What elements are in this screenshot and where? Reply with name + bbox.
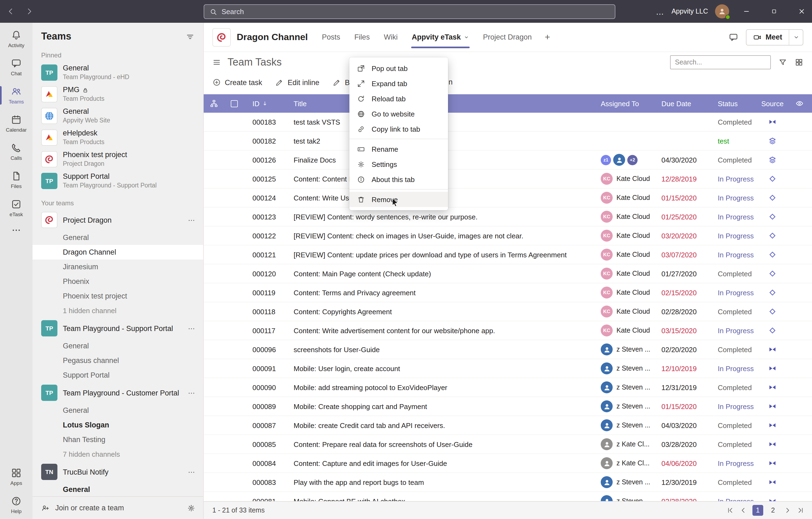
manage-teams-gear-icon[interactable]	[187, 503, 196, 512]
team-row-team-playground-customer-portal[interactable]: TPTeam Playground - Customer Portal⋯	[32, 382, 203, 403]
table-row[interactable]: 000121[REVIEW] Content: update prices pe…	[204, 246, 812, 264]
first-page-button[interactable]	[726, 507, 734, 514]
teams-filter-icon[interactable]	[186, 32, 195, 41]
channel-general[interactable]: General	[32, 403, 203, 418]
table-row[interactable]: 000085Content: Prepare real data for scr…	[204, 435, 812, 454]
eye-icon[interactable]	[795, 99, 804, 108]
rail-item-more[interactable]	[0, 222, 32, 238]
table-row[interactable]: 000083Play with the app and report bugs …	[204, 473, 812, 492]
pinned-channel-pmg[interactable]: PMGTeam Products	[32, 83, 203, 105]
channel-pegasus-channel[interactable]: Pegasus channel	[32, 353, 203, 368]
table-row[interactable]: 000081Mobile: Connect BE with AI chatbox…	[204, 492, 812, 501]
table-row[interactable]: 000183test task VSTSCompleted	[204, 113, 812, 132]
rail-item-calls[interactable]: Calls	[0, 138, 32, 166]
channel-support-portal[interactable]: Support Portal	[32, 368, 203, 382]
page-button-2[interactable]: 2	[767, 505, 778, 516]
tab-files[interactable]: Files	[354, 23, 370, 52]
rail-item-etask[interactable]: eTask	[0, 194, 32, 222]
menu-item-reload-tab[interactable]: Reload tab	[349, 91, 448, 106]
pinned-channel-ehelpdesk[interactable]: eHelpdeskTeam Products	[32, 127, 203, 148]
column-header-id[interactable]: ID	[244, 99, 284, 108]
menu-item-about-this-tab[interactable]: About this tab	[349, 172, 448, 187]
team-more-button[interactable]: ⋯	[188, 216, 196, 224]
select-all-checkbox[interactable]	[231, 100, 237, 107]
menu-item-go-to-website[interactable]: Go to website	[349, 106, 448, 121]
channel-chat-button[interactable]	[729, 32, 738, 42]
rail-item-calendar[interactable]: Calendar	[0, 110, 32, 138]
pinned-channel-general[interactable]: TPGeneralTeam Playground - eHD	[32, 62, 203, 83]
prev-page-button[interactable]	[740, 507, 747, 514]
team-more-button[interactable]: ⋯	[188, 324, 196, 333]
pinned-channel-support-portal[interactable]: TPSupport PortalTeam Playground - Suppor…	[32, 170, 203, 192]
titlebar-search[interactable]	[204, 4, 615, 19]
edit-inline-button[interactable]: Edit inline	[275, 78, 319, 87]
filter-button[interactable]	[778, 58, 787, 67]
minimize-button[interactable]	[736, 0, 757, 23]
search-input[interactable]	[222, 7, 609, 16]
channel-dragon-channel[interactable]: Dragon Channel	[32, 245, 203, 260]
table-row[interactable]: 000124Content: Write UseKCKate Cloud01/1…	[204, 189, 812, 207]
channel-nhan-testing[interactable]: Nhan Testing	[32, 432, 203, 447]
channel-lotus-slogan[interactable]: Lotus Slogan	[32, 418, 203, 432]
add-tab-button[interactable]: +	[545, 32, 550, 42]
channel-general[interactable]: General	[32, 482, 203, 496]
menu-item-copy-link-to-tab[interactable]: Copy link to tab	[349, 121, 448, 137]
channel-phoenix-test-project[interactable]: Phoenix test project	[32, 289, 203, 304]
pinned-channel-phoenix-test-project[interactable]: Phoenix test projectProject Dragon	[32, 148, 203, 170]
channel-phoenix[interactable]: Phoenix	[32, 274, 203, 289]
tree-view-icon[interactable]	[210, 99, 218, 108]
channel-jiranesium[interactable]: Jiranesium	[32, 260, 203, 274]
card-view-button[interactable]	[795, 58, 803, 67]
table-row[interactable]: 000089Mobile: Create shopping cart and P…	[204, 397, 812, 416]
table-row[interactable]: 000182test tak2test	[204, 132, 812, 151]
next-page-button[interactable]	[784, 507, 791, 514]
titlebar-more-button[interactable]: …	[656, 7, 664, 16]
pinned-channel-general[interactable]: GeneralAppvity Web Site	[32, 105, 203, 127]
column-header-status[interactable]: Status	[714, 99, 758, 108]
tab-wiki[interactable]: Wiki	[384, 23, 398, 52]
back-button[interactable]	[4, 5, 17, 18]
meet-dropdown-button[interactable]	[789, 30, 803, 45]
table-row[interactable]: 000091Mobile: User login, create account…	[204, 359, 812, 378]
team-row-trucbui-notify[interactable]: TNTrucBui Notify⋯	[32, 462, 203, 482]
channel-7-hidden-channels[interactable]: 7 hidden channels	[32, 447, 203, 462]
table-row[interactable]: 000122[REVIEW] Content: check on images …	[204, 227, 812, 246]
tab-posts[interactable]: Posts	[322, 23, 341, 52]
menu-item-settings[interactable]: Settings	[349, 156, 448, 172]
column-header-source[interactable]: Source	[758, 99, 787, 108]
table-row[interactable]: 000090Mobile: add streaming potocol to E…	[204, 378, 812, 397]
team-row-team-playground-support-portal[interactable]: TPTeam Playground - Support Portal⋯	[32, 318, 203, 339]
table-row[interactable]: 000119Content: Terms and Privacy agreeme…	[204, 283, 812, 302]
rail-item-files[interactable]: Files	[0, 166, 32, 194]
join-team-button[interactable]: Join or create a team	[55, 504, 124, 512]
create-task-button[interactable]: Create task	[212, 78, 262, 87]
tab-project-dragon[interactable]: Project Dragon	[483, 23, 532, 52]
table-row[interactable]: 000120Content: Main Page content (Check …	[204, 264, 812, 283]
table-row[interactable]: 000096screenshots for User-Guidez Steven…	[204, 340, 812, 359]
rail-item-teams[interactable]: Teams	[0, 81, 32, 110]
page-button-1[interactable]: 1	[752, 505, 763, 516]
rail-item-apps[interactable]: Apps	[0, 463, 32, 491]
table-row[interactable]: 000117Content: Write advertisement conte…	[204, 321, 812, 340]
forward-button[interactable]	[23, 5, 36, 18]
table-row[interactable]: 000123[REVIEW] Content: wordy sentences,…	[204, 207, 812, 227]
menu-item-pop-out-tab[interactable]: Pop out tab	[349, 61, 448, 76]
tab-appvity-etask[interactable]: Appvity eTask	[412, 23, 469, 52]
rail-item-chat[interactable]: Chat	[0, 53, 32, 81]
user-avatar[interactable]	[715, 4, 729, 19]
close-button[interactable]	[791, 0, 812, 23]
tasks-search-input[interactable]	[670, 55, 771, 69]
meet-main-button[interactable]: Meet	[747, 30, 789, 45]
menu-item-expand-tab[interactable]: Expand tab	[349, 76, 448, 91]
last-page-button[interactable]	[797, 507, 805, 514]
team-row-project-dragon[interactable]: Project Dragon⋯	[32, 210, 203, 230]
column-header-assigned-to[interactable]: Assigned To	[597, 99, 657, 108]
column-header-due-date[interactable]: Due Date	[657, 99, 714, 108]
tasks-menu-button[interactable]	[212, 58, 221, 67]
table-row[interactable]: 000126Finalize Docsz1+204/30/2020Complet…	[204, 151, 812, 170]
channel-general[interactable]: General	[32, 339, 203, 353]
maximize-button[interactable]	[764, 0, 784, 23]
channel-general[interactable]: General	[32, 230, 203, 245]
team-more-button[interactable]: ⋯	[188, 389, 196, 397]
teams-list-scroll[interactable]: Pinned TPGeneralTeam Playground - eHDPMG…	[32, 47, 203, 496]
